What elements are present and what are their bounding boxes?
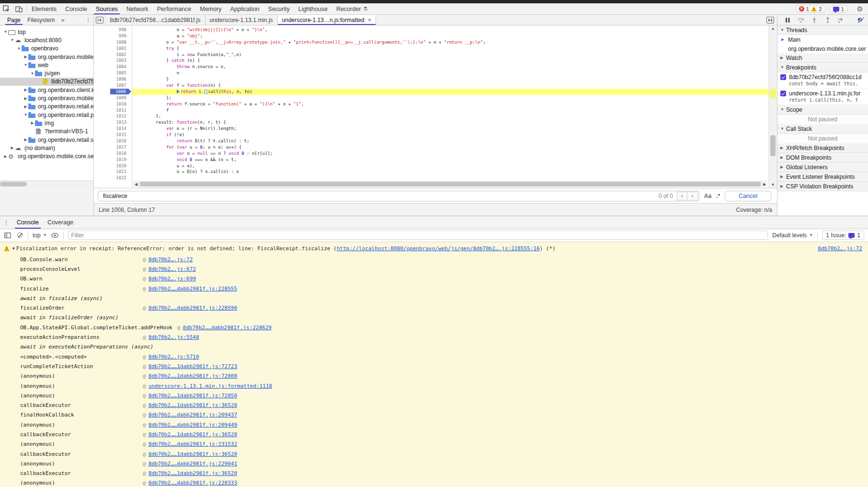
search-input[interactable]: [102, 192, 659, 200]
editor-tab[interactable]: 8db70b27ecfd756…c1dabb2981f.js: [105, 15, 206, 25]
code-line[interactable]: 1006 }: [94, 76, 768, 82]
stack-frame[interactable]: fiscalizeOrder@8db70b2……dabb2981f.js:228…: [0, 303, 868, 313]
stack-frame[interactable]: await in executeActionPreparations (asyn…: [0, 342, 868, 352]
frame-source-link[interactable]: 8db70b2……1dabb2981f.js:36520: [148, 451, 237, 457]
panel-tab-recorder[interactable]: Recorder⚗: [332, 3, 372, 14]
expand-arrow-icon[interactable]: ▶: [30, 121, 35, 125]
frame-source-link[interactable]: 8db70b2….js:699: [148, 276, 196, 282]
expand-arrow-icon[interactable]: ▶: [23, 88, 28, 92]
javascript-context-selector[interactable]: top▼: [33, 232, 47, 239]
vertical-scroll-thumb[interactable]: [770, 135, 776, 156]
stack-frame[interactable]: (anonymous)@8db70b2……dabb2981f.js:231532: [0, 440, 868, 449]
scroll-up-arrow-icon[interactable]: ▲: [769, 26, 777, 31]
inspect-element-icon[interactable]: [0, 3, 12, 14]
pause-button[interactable]: [784, 16, 791, 23]
stack-frame[interactable]: callbackExecutor@8db70b2……1dabb2981f.js:…: [0, 449, 868, 459]
expand-arrow-icon[interactable]: ▶: [3, 154, 8, 159]
tree-item[interactable]: ▼☁localhost:8080: [0, 36, 93, 44]
issues-badge[interactable]: 1: [829, 5, 848, 13]
stack-frame[interactable]: OB.Console.warn@8db70b2….js:72: [0, 255, 868, 264]
tree-item[interactable]: ▶org.openbravo.retail.selfch: [0, 136, 93, 144]
sidebar-section-call-stack[interactable]: ▼Call Stack: [777, 124, 868, 134]
frame-source-link[interactable]: 8db70b2……1dabb2981f.js:72808: [148, 373, 237, 379]
tree-item[interactable]: ▼js/gen: [0, 69, 93, 77]
step-over-button[interactable]: [797, 16, 804, 23]
code-line[interactable]: 1009 };: [94, 95, 768, 101]
drawer-menu-icon[interactable]: ⋮: [0, 216, 12, 229]
stack-frame[interactable]: (anonymous)@8db70b2……1dabb2981f.js:72808: [0, 371, 868, 381]
step-into-button[interactable]: [811, 16, 818, 23]
thread-item[interactable]: org.openbravo.mobile.core.ser: [777, 44, 868, 53]
panel-tab-elements[interactable]: Elements: [27, 3, 61, 14]
breakpoint-item[interactable]: 8db70b27ecfd756f2088cc1dconst body = awa…: [777, 72, 868, 89]
frame-source-link[interactable]: 8db70b2……dabb2981f.js:229041: [148, 461, 237, 467]
stack-frame[interactable]: processConsoleLevel@8db70b2….js:672: [0, 264, 868, 274]
panel-tab-network[interactable]: Network: [122, 3, 153, 14]
frame-source-link[interactable]: 8db70b2……1dabb2981f.js:72723: [148, 363, 237, 370]
navigator-horizontal-scrollbar[interactable]: [0, 180, 93, 187]
stack-frame[interactable]: fiscalize@8db70b2……dabb2981f.js:228555: [0, 284, 868, 293]
step-out-button[interactable]: [824, 16, 831, 23]
issues-counter[interactable]: 1 Issue: 1: [822, 231, 864, 240]
frame-source-link[interactable]: 8db70b2……dabb2981f.js:231532: [148, 441, 237, 447]
breakpoint-checkbox[interactable]: [780, 74, 786, 80]
code-line[interactable]: 1015 if (!e): [94, 132, 768, 138]
code-line[interactable]: 1018 var o = null == n ? void 0 : n[r[u]…: [94, 151, 768, 157]
console-warning-message[interactable]: ▼ Fiscalization error in receipt: Refere…: [0, 243, 868, 255]
navigator-more-tabs-button[interactable]: »: [58, 15, 67, 25]
scroll-right-arrow-icon[interactable]: ▶: [762, 182, 767, 186]
drawer-tab-coverage[interactable]: Coverage: [43, 216, 78, 229]
editor-vertical-scrollbar[interactable]: ▲ ▼: [768, 25, 777, 188]
settings-gear-icon[interactable]: ⚙: [854, 5, 866, 13]
panel-tab-application[interactable]: Application: [226, 3, 263, 14]
code-line[interactable]: 1012 },: [94, 113, 768, 119]
clear-console-icon[interactable]: [16, 232, 23, 239]
message-source-link[interactable]: 8db70b2….js:72: [818, 245, 862, 252]
frame-source-link[interactable]: 8db70b2……dabb2981f.js:209437: [148, 412, 237, 418]
code-line[interactable]: 1010 return f.source = "function(" + a +…: [94, 101, 768, 107]
stack-expander-icon[interactable]: ▼: [12, 246, 15, 251]
show-debugger-icon[interactable]: [766, 16, 774, 23]
sidebar-section-dom-breakpoints[interactable]: ▶DOM Breakpoints: [777, 153, 868, 162]
tree-item[interactable]: ▼top: [0, 28, 93, 36]
stack-url-link[interactable]: http://localhost:8080/openbravo/web/js/g…: [337, 245, 540, 252]
stack-frame[interactable]: runCompleteTicketAction@8db70b2……1dabb29…: [0, 361, 868, 371]
stack-frame[interactable]: (anonymous)@8db70b2……dabb2981f.js:209449: [0, 420, 868, 429]
code-line[interactable]: 998 o = "with(obj||{}){\n" + o + "}\n",: [94, 27, 768, 33]
tree-item[interactable]: ▼org.openbravo.retail.poster: [0, 111, 93, 119]
regex-toggle[interactable]: .*: [716, 193, 720, 199]
tree-item[interactable]: ▼web: [0, 61, 93, 69]
panel-tab-lighthouse[interactable]: Lighthouse: [294, 3, 332, 14]
code-line[interactable]: 1005 n: [94, 70, 768, 76]
stack-frame[interactable]: await in fiscalize (async): [0, 293, 868, 303]
expand-arrow-icon[interactable]: ▶: [23, 55, 28, 59]
stack-frame[interactable]: callbackExecutor@8db70b2……1dabb2981f.js:…: [0, 400, 868, 410]
stack-frame[interactable]: OB.warn@8db70b2….js:699: [0, 274, 868, 284]
frame-source-link[interactable]: 8db70b2……dabb2981f.js:228333: [148, 480, 237, 486]
stack-frame[interactable]: await in fiscalizeOrder (async): [0, 313, 868, 323]
code-line[interactable]: 1008 return i.call(this, n, tn): [94, 89, 768, 95]
editor-tab[interactable]: underscore-1.13.1.min.js: [206, 15, 278, 25]
panel-tab-performance[interactable]: Performance: [153, 3, 196, 14]
sidebar-section-scope[interactable]: ▼Scope: [777, 105, 868, 115]
frame-source-link[interactable]: 8db70b2….js:72: [148, 256, 193, 263]
log-levels-dropdown[interactable]: Default levels▼: [772, 232, 813, 239]
frame-source-link[interactable]: 8db70b2……dabb2981f.js:209449: [148, 422, 237, 428]
code-line[interactable]: 999 a = "obj";: [94, 33, 768, 39]
frame-source-link[interactable]: 8db70b2….js:672: [148, 266, 196, 272]
tree-item[interactable]: ▶org.openbravo.client.kernel: [0, 86, 93, 94]
tree-item[interactable]: ▶img: [0, 119, 93, 127]
frame-source-link[interactable]: 8db70b2……1dabb2981f.js:36520: [148, 431, 237, 438]
code-line[interactable]: 1002 i = new Function(a,"_",o): [94, 52, 768, 58]
search-next-button[interactable]: ∨: [687, 192, 698, 200]
stack-frame[interactable]: (anonymous)@8db70b2……1dabb2981f.js:72850: [0, 391, 868, 400]
sidebar-section-watch[interactable]: ▶Watch: [777, 53, 868, 63]
collapse-arrow-icon[interactable]: ▼: [30, 71, 35, 76]
panel-tab-memory[interactable]: Memory: [195, 3, 226, 14]
stack-frame[interactable]: finalHookCallback@8db70b2……dabb2981f.js:…: [0, 410, 868, 420]
tree-item[interactable]: ▼openbravo: [0, 45, 93, 53]
frame-source-link[interactable]: underscore-1.13.1.min.js:formatted:1118: [148, 383, 272, 389]
collapse-arrow-icon[interactable]: ▼: [10, 38, 15, 42]
stack-frame[interactable]: (anonymous)@8db70b2……dabb2981f.js:229041: [0, 459, 868, 468]
code-line[interactable]: 1001 try {: [94, 46, 768, 52]
